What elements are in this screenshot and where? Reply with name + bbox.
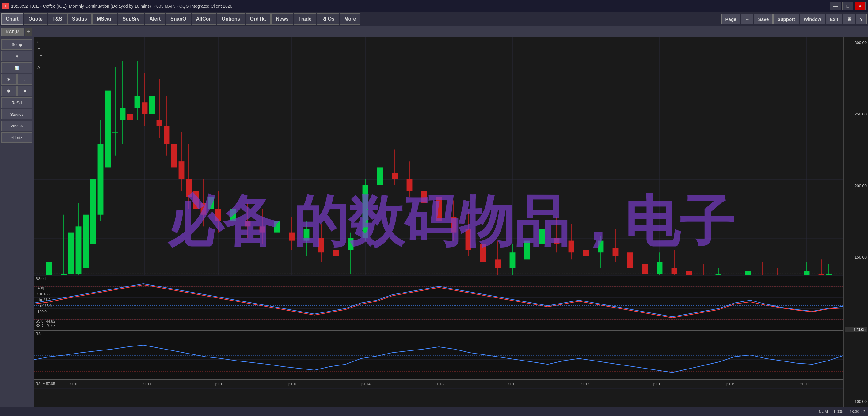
ohlc-o: O= [37, 39, 43, 46]
x-2012: |2012 [215, 382, 225, 386]
ohlc-c: L= [37, 58, 43, 65]
hist-button[interactable]: <Hist> [1, 132, 32, 143]
maximize-button[interactable]: □ [842, 2, 853, 10]
x-2017: |2017 [580, 382, 589, 386]
menu-rfqs[interactable]: RFQs [317, 13, 339, 25]
title-profile: P005 MAIN - CQG Integrated Client 2020 [154, 4, 232, 8]
price-scale: 300.00 250.00 200.00 150.00 120.05 100.0… [843, 37, 868, 407]
price-current: 120.05 [845, 326, 867, 332]
sidebar-row-tools-1: ✱ ↕ [1, 74, 32, 85]
sidebar-row-1: 🖨 [1, 51, 32, 61]
window-button[interactable]: Window [800, 14, 825, 24]
ohlc-info: O= H= L= L= Δ= [37, 39, 43, 71]
exit-button[interactable]: Exit [826, 14, 842, 24]
ohlc-l-val: L= 115.6 [37, 303, 52, 309]
x-2019: |2019 [726, 382, 736, 386]
ohlc-c-val: 120.0 [37, 309, 52, 315]
help-button[interactable]: ? [856, 14, 867, 24]
sstoch-values: SSK= 44.82 SSD= 40.68 [36, 319, 56, 328]
save-button[interactable]: Save [754, 14, 773, 24]
main-layout: Setup 🖨 📊 ✱ ↕ ✱ ✱ ReScl Studies <IntD> <… [0, 37, 868, 407]
chart-type-button[interactable]: 📊 [1, 63, 32, 73]
rsi-values: RSI = 57.65 [36, 382, 55, 386]
sstoch-label: SStoch [36, 277, 48, 281]
close-button[interactable]: ✕ [855, 2, 866, 10]
menu-alert[interactable]: Alert [145, 13, 165, 25]
menu-news[interactable]: News [271, 13, 293, 25]
menu-more[interactable]: More [340, 13, 361, 25]
minimize-button[interactable]: — [830, 2, 841, 10]
sidebar-row-tools-2: ✱ ✱ [1, 86, 32, 96]
title-bar-right: — □ ✕ [830, 2, 866, 10]
chart-container: O= H= L= L= Δ= 必备 的数码物品，电子 300.00 250.00… [34, 37, 868, 407]
rescale-button[interactable]: ReScl [1, 97, 32, 108]
menu-status[interactable]: Status [67, 13, 92, 25]
profile-indicator: P005 [834, 409, 843, 414]
support-button[interactable]: Support [773, 14, 799, 24]
title-time: 13:30:52 [11, 4, 28, 8]
rsi-label: RSI [36, 332, 42, 336]
time-indicator: 13:30:52 [849, 409, 865, 414]
x-2018: |2018 [653, 382, 663, 386]
tab-label: KCE,M [6, 29, 19, 34]
ohlc-l: L= [37, 52, 43, 59]
menu-allcon[interactable]: AllCon [192, 13, 217, 25]
print-button[interactable]: 🖨 [1, 51, 32, 61]
ohlc-o-val: O= 18.2 [37, 291, 52, 297]
menu-bar: Chart Quote T&S Status MScan SupSrv Aler… [0, 12, 868, 26]
app-icon: ❖ [2, 3, 8, 9]
price-200: 200.00 [845, 184, 867, 188]
title-instrument: KCE - Coffee (ICE), Monthly Continuation… [30, 4, 151, 8]
tool-3[interactable]: ✱ [1, 86, 17, 96]
menu-mscan[interactable]: MScan [92, 13, 117, 25]
sidebar: Setup 🖨 📊 ✱ ↕ ✱ ✱ ReScl Studies <IntD> <… [0, 37, 34, 407]
menu-snapq[interactable]: SnapQ [166, 13, 191, 25]
status-bar: NUM P005 13:30:52 [0, 407, 868, 416]
page-button[interactable]: Page [721, 14, 741, 24]
ohlc-d: Δ= [37, 65, 43, 71]
rsi-value: RSI = 57.65 [36, 382, 55, 386]
menu-chart[interactable]: Chart [1, 13, 23, 25]
menu-bar-right-buttons: Page ↔ Save Support Window Exit 🖥 ? [721, 14, 867, 24]
x-2015: |2015 [434, 382, 443, 386]
setup-button[interactable]: Setup [1, 39, 32, 50]
x-2010: |2010 [69, 382, 79, 386]
title-bar-left: ❖ 13:30:52 KCE - Coffee (ICE), Monthly C… [2, 3, 232, 9]
menu-trade[interactable]: Trade [294, 13, 316, 25]
menu-quote[interactable]: Quote [24, 13, 47, 25]
price-150: 150.00 [845, 255, 867, 259]
price-300: 300.00 [845, 40, 867, 45]
monitor-button[interactable]: 🖥 [843, 14, 856, 24]
ohlc-aug: Aug [37, 286, 52, 291]
chart-area[interactable]: O= H= L= L= Δ= 必备 的数码物品，电子 300.00 250.00… [34, 37, 868, 407]
menu-ts[interactable]: T&S [48, 13, 67, 25]
x-2013: |2013 [288, 382, 298, 386]
sstoch-panel: SStoch SSK= 44.82 SSD= 40.68 44.8 0 [34, 275, 843, 330]
x-2011: |2011 [142, 382, 151, 386]
studies-button[interactable]: Studies [1, 109, 32, 120]
x-axis: |2010 |2011 |2012 |2013 |2014 |2015 |201… [34, 379, 843, 388]
tab-add-button[interactable]: + [25, 28, 32, 36]
numlock-indicator: NUM [819, 409, 828, 414]
tab-kce-m[interactable]: KCE,M [1, 28, 24, 36]
ohlc-h: H= [37, 46, 43, 52]
ohlc-h-val: H= 21.2 [37, 297, 52, 303]
ohlc-details: Aug O= 18.2 H= 21.2 L= 115.6 120.0 [37, 286, 52, 315]
ssk-value: SSK= 44.82 [36, 319, 56, 323]
x-2016: |2016 [507, 382, 517, 386]
price-100: 100.00 [845, 399, 867, 404]
tool-4[interactable]: ✱ [18, 86, 33, 96]
menu-options[interactable]: Options [217, 13, 245, 25]
menu-supsrv[interactable]: SupSrv [118, 13, 144, 25]
tool-2[interactable]: ↕ [18, 74, 33, 85]
x-2014: |2014 [361, 382, 371, 386]
menu-ordtkt[interactable]: OrdTkt [246, 13, 271, 25]
tab-bar: KCE,M + [0, 26, 868, 37]
title-bar: ❖ 13:30:52 KCE - Coffee (ICE), Monthly C… [0, 0, 868, 12]
ssd-value: SSD= 40.68 [36, 323, 56, 328]
price-250: 250.00 [845, 112, 867, 117]
tool-1[interactable]: ✱ [1, 74, 17, 85]
arrows-button[interactable]: ↔ [741, 14, 753, 24]
sstoch-canvas [34, 276, 843, 330]
intd-button[interactable]: <IntD> [1, 121, 32, 131]
